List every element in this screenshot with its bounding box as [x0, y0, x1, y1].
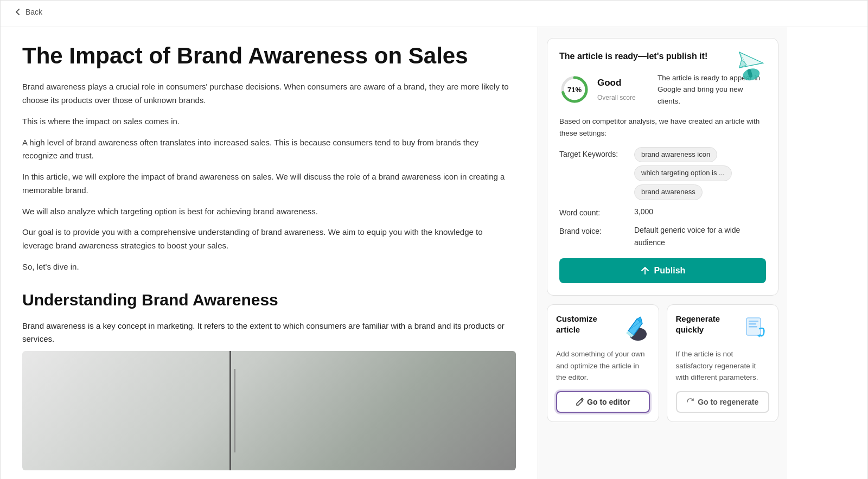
regenerate-card-desc: If the article is not satisfactory regen…: [676, 348, 770, 384]
regenerate-card: Regenerate quickly If the article is not…: [667, 304, 779, 422]
article-para-1: Brand awareness plays a crucial role in …: [22, 80, 516, 107]
go-to-regenerate-button[interactable]: Go to regenerate: [676, 391, 770, 413]
article-section-title: Understanding Brand Awareness: [22, 287, 516, 313]
brand-voice-row: Brand voice: Default generic voice for a…: [559, 224, 766, 248]
article-para-5: We will also analyze which targeting opt…: [22, 205, 516, 219]
regenerate-card-title: Regenerate quickly: [676, 314, 742, 335]
customize-icon-svg: [622, 314, 650, 342]
top-bar: Back: [1, 1, 867, 27]
customize-card-header: Customize article: [556, 314, 650, 342]
word-count-label: Word count:: [559, 206, 630, 219]
score-info: Good Overall score: [597, 75, 650, 103]
publish-icon: [640, 266, 650, 276]
score-sublabel: Overall score: [597, 94, 636, 101]
publish-card: The article is ready—let's publish it! 7…: [547, 38, 778, 296]
customize-card: Customize article Add something of your …: [547, 304, 659, 422]
keyword-tag-1: which targeting option is ...: [634, 165, 732, 181]
paper-plane-illustration: [725, 45, 768, 83]
regenerate-icon-svg: [741, 314, 769, 342]
settings-intro: Based on competitor analysis, we have cr…: [559, 116, 766, 139]
go-to-editor-label: Go to editor: [587, 398, 630, 406]
article-para-2: This is where the impact on sales comes …: [22, 115, 516, 129]
go-to-regenerate-label: Go to regenerate: [698, 398, 758, 406]
keywords-list: brand awareness icon which targeting opt…: [634, 147, 766, 200]
main-layout: The Impact of Brand Awareness on Sales B…: [1, 27, 867, 479]
score-number: 71%: [567, 86, 582, 93]
article-body: Brand awareness plays a crucial role in …: [22, 80, 516, 273]
back-label: Back: [25, 8, 42, 16]
brand-voice-label: Brand voice:: [559, 224, 630, 237]
score-good-label: Good: [597, 78, 621, 88]
article-area: The Impact of Brand Awareness on Sales B…: [1, 27, 538, 479]
regenerate-card-header: Regenerate quickly: [676, 314, 770, 342]
target-keywords-label: Target Keywords:: [559, 147, 630, 160]
article-para-4: In this article, we will explore the imp…: [22, 170, 516, 197]
keyword-tag-0: brand awareness icon: [634, 147, 717, 163]
go-to-editor-button[interactable]: Go to editor: [556, 391, 650, 413]
article-para-7: So, let's dive in.: [22, 260, 516, 274]
score-circle: 71%: [559, 74, 590, 105]
article-image: [22, 351, 516, 470]
publish-button[interactable]: Publish: [559, 258, 766, 283]
back-button[interactable]: Back: [14, 8, 42, 16]
svg-rect-10: [749, 321, 758, 322]
plane-svg: [725, 45, 768, 83]
regenerate-btn-icon: [686, 398, 694, 406]
brand-voice-value: Default generic voice for a wide audienc…: [634, 224, 766, 248]
customize-card-desc: Add something of your own and optimize t…: [556, 348, 650, 384]
sidebar: The article is ready—let's publish it! 7…: [538, 27, 787, 479]
customize-card-title: Customize article: [556, 314, 622, 335]
article-para-6: Our goal is to provide you with a compre…: [22, 226, 516, 253]
arrow-left-icon: [14, 8, 22, 16]
word-count-row: Word count: 3,000: [559, 206, 766, 219]
publish-btn-label: Publish: [654, 266, 686, 276]
bottom-cards: Customize article Add something of your …: [547, 304, 778, 422]
editor-pencil-icon: [576, 398, 584, 406]
score-text-inside: 71%: [567, 86, 582, 93]
keyword-tag-2: brand awareness: [634, 184, 703, 200]
keywords-container: brand awareness icon which targeting opt…: [634, 147, 766, 200]
article-section-paragraph: Brand awareness is a key concept in mark…: [22, 320, 516, 346]
svg-rect-12: [749, 326, 757, 328]
word-count-value: 3,000: [634, 206, 766, 218]
target-keywords-row: Target Keywords: brand awareness icon wh…: [559, 147, 766, 200]
article-para-3: A high level of brand awareness often tr…: [22, 136, 516, 163]
article-title: The Impact of Brand Awareness on Sales: [22, 42, 516, 69]
svg-rect-11: [749, 323, 756, 325]
